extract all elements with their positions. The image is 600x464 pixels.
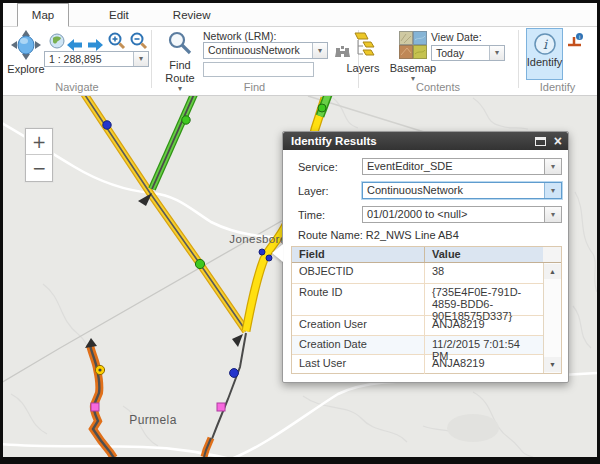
find-route-magnifier-icon bbox=[167, 30, 193, 58]
service-combobox[interactable]: EventEditor_SDE ▾ bbox=[362, 158, 562, 175]
map-zoom-in-button[interactable]: + bbox=[26, 129, 52, 155]
view-date-label: View Date: bbox=[431, 31, 482, 43]
scale-value: 1 : 288,895 bbox=[45, 52, 133, 66]
view-date-value: Today bbox=[432, 46, 489, 60]
marker-green-dot bbox=[318, 104, 326, 112]
chevron-down-icon[interactable]: ▾ bbox=[312, 43, 327, 58]
route-yellow-network[interactable] bbox=[83, 96, 246, 331]
panel-title: Identify Results bbox=[291, 135, 377, 147]
chevron-down-icon[interactable]: ▾ bbox=[489, 46, 504, 60]
maximize-icon[interactable] bbox=[535, 137, 546, 146]
identify-route-tool-icon[interactable]: i bbox=[566, 32, 584, 54]
table-row[interactable]: Route ID {735E4F0E-791D-4859-BDD6-90E185… bbox=[292, 284, 561, 316]
marker-green-dot bbox=[182, 116, 190, 124]
identify-icon: i bbox=[533, 32, 557, 56]
navigate-group-label: Navigate bbox=[3, 81, 151, 93]
time-combobox[interactable]: 01/01/2000 to <null> ▾ bbox=[362, 206, 562, 223]
route-gray-connector-south[interactable] bbox=[204, 333, 246, 457]
find-route-location-input[interactable] bbox=[203, 62, 314, 77]
basemap-icon bbox=[399, 31, 427, 61]
scroll-down-icon[interactable]: ▼ bbox=[544, 357, 561, 372]
map-zoom-control: + − bbox=[25, 128, 53, 182]
event-editor-window: Map Edit Review Explore bbox=[3, 3, 597, 457]
route-name-text: Route Name: R2_NWS Line AB4 bbox=[298, 229, 459, 241]
marker-pink-square bbox=[217, 403, 225, 411]
layers-icon bbox=[351, 31, 375, 61]
map-terrain-patch bbox=[447, 414, 499, 442]
marker-blue-dot bbox=[230, 369, 239, 378]
chevron-down-icon[interactable]: ▾ bbox=[544, 159, 561, 174]
table-scrollbar[interactable]: ▲ ▼ bbox=[543, 263, 561, 373]
identify-label: Identify bbox=[527, 56, 562, 68]
layer-value: ContinuousNetwork bbox=[363, 183, 544, 198]
network-value: ContinuousNetwork bbox=[204, 43, 312, 58]
marker-blue-dot bbox=[103, 121, 111, 129]
tab-edit[interactable]: Edit bbox=[91, 3, 147, 26]
contents-group-label: Contents bbox=[358, 81, 518, 93]
layer-label: Layer: bbox=[298, 185, 329, 197]
network-combobox[interactable]: ContinuousNetwork ▾ bbox=[203, 42, 328, 59]
layer-combobox[interactable]: ContinuousNetwork ▾ bbox=[362, 182, 562, 199]
table-row[interactable]: Creation Date 11/2/2015 7:01:54 PM bbox=[292, 336, 561, 355]
chevron-down-icon[interactable]: ▾ bbox=[544, 207, 561, 222]
marker-yellow-dot-center bbox=[98, 368, 101, 371]
table-row[interactable]: Last User ANJA8219 bbox=[292, 355, 561, 374]
attributes-table: Field Value OBJECTID 38 Route ID {735E4F… bbox=[291, 246, 562, 374]
marker-pink-square bbox=[91, 403, 99, 411]
map-zoom-out-button[interactable]: − bbox=[26, 155, 52, 181]
time-value: 01/01/2000 to <null> bbox=[363, 207, 544, 222]
tab-review[interactable]: Review bbox=[155, 3, 229, 26]
explore-button[interactable]: Explore bbox=[5, 30, 47, 75]
basemap-label: Basemap bbox=[390, 62, 436, 74]
marker-green-dot bbox=[195, 259, 204, 268]
close-icon[interactable]: × bbox=[554, 136, 562, 146]
layers-button[interactable]: Layers bbox=[344, 31, 382, 74]
group-separator bbox=[518, 30, 519, 88]
time-label: Time: bbox=[298, 209, 325, 221]
view-date-combobox[interactable]: Today ▾ bbox=[431, 45, 505, 61]
route-orange-network[interactable] bbox=[90, 345, 114, 457]
service-label: Service: bbox=[298, 161, 338, 173]
identify-button[interactable]: i Identify bbox=[526, 28, 563, 80]
panel-callout-pointer bbox=[272, 244, 283, 262]
ribbon: Explore 1 : 288,895 ▾ Navigate Find bbox=[3, 27, 597, 96]
chevron-down-icon[interactable]: ▾ bbox=[133, 52, 148, 66]
svg-text:i: i bbox=[579, 34, 580, 40]
find-group-label: Find bbox=[151, 81, 358, 93]
basemap-button[interactable]: Basemap ▾ bbox=[389, 31, 437, 82]
explore-icon bbox=[11, 30, 41, 62]
screenshot-frame: Map Edit Review Explore bbox=[0, 0, 600, 464]
identify-group-label: Identify bbox=[518, 81, 597, 93]
chevron-down-icon[interactable]: ▾ bbox=[544, 183, 561, 198]
explore-label: Explore bbox=[7, 63, 44, 75]
scale-combobox[interactable]: 1 : 288,895 ▾ bbox=[44, 51, 149, 67]
table-row[interactable]: OBJECTID 38 bbox=[292, 263, 561, 284]
full-extent-globe-icon[interactable] bbox=[49, 33, 65, 53]
table-row[interactable]: Creation User ANJA8219 bbox=[292, 316, 561, 336]
scroll-up-icon[interactable]: ▲ bbox=[544, 264, 561, 279]
table-header-row: Field Value bbox=[292, 247, 561, 263]
value-column-header: Value bbox=[424, 247, 543, 262]
service-value: EventEditor_SDE bbox=[363, 159, 544, 174]
tab-map[interactable]: Map bbox=[17, 3, 69, 27]
find-route-label: Find bbox=[169, 59, 190, 71]
town-label-purmela: Purmela bbox=[129, 413, 176, 427]
identify-results-panel: Identify Results × Service: EventEditor_… bbox=[282, 131, 569, 383]
layers-label: Layers bbox=[346, 62, 379, 74]
ribbon-tab-bar: Map Edit Review bbox=[3, 3, 597, 27]
group-separator bbox=[151, 30, 152, 88]
network-lrm-label: Network (LRM): bbox=[203, 30, 277, 42]
route-green-network[interactable] bbox=[152, 96, 195, 189]
marker-blue-dot bbox=[259, 249, 265, 255]
field-column-header: Field bbox=[292, 247, 424, 262]
panel-title-bar[interactable]: Identify Results × bbox=[283, 132, 568, 150]
